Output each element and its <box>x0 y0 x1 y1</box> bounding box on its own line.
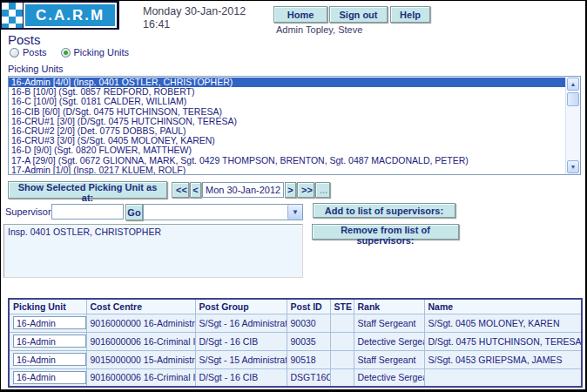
ste-cell <box>330 332 354 350</box>
radio-circle-checked-icon <box>61 48 71 57</box>
post-group-cell: D/Sgt - 16 CIB <box>195 368 287 387</box>
table-row: 9016000006 16-Criminal Invest D/Sgt - 16… <box>9 368 582 387</box>
ste-cell <box>330 350 354 368</box>
cost-centre-cell: 9015000000 15-Administration <box>86 350 195 368</box>
date-forward-button[interactable]: > <box>285 182 296 198</box>
col-header-picking-unit: Picking Unit <box>9 299 86 314</box>
scroll-up-icon[interactable]: ▲ <box>567 78 579 91</box>
ste-cell <box>330 314 354 332</box>
table-row: 9016000000 16-Administration S/Sgt - 16 … <box>9 314 582 332</box>
radio-circle-icon <box>10 48 19 57</box>
col-header-post-group: Post Group <box>195 299 287 314</box>
post-id-cell: 90035 <box>287 332 330 350</box>
name-cell: D/Sgt. 0475 HUTCHINSON, TERESA <box>424 332 582 350</box>
carm-logo: C.A.R.M <box>24 3 117 28</box>
supervisor-dropdown-value <box>144 208 146 219</box>
cost-centre-cell: 9016000000 16-Administration <box>86 314 195 332</box>
picking-units-label: Picking Units <box>8 64 64 74</box>
supervisor-input[interactable] <box>51 204 124 220</box>
name-cell: S/Sgt. 0405 MOLONEY, KAREN <box>424 314 582 332</box>
show-selected-picking-unit-button[interactable]: Show Selected Picking Unit as at: <box>8 181 167 199</box>
date-fast-forward-button[interactable]: >> <box>297 182 314 198</box>
list-item[interactable]: 16-C [10/0] (Sgt. 0181 CALDER, WILLIAM) <box>9 97 565 106</box>
col-header-post-id: Post ID <box>287 299 330 314</box>
ste-cell <box>330 368 354 387</box>
rank-cell: Detective Sergeant <box>354 332 424 350</box>
logged-in-user: Admin Topley, Steve <box>276 24 362 35</box>
posts-radio-label: Posts <box>23 47 47 57</box>
date-fast-back-button[interactable]: << <box>172 182 189 198</box>
picking-unit-input[interactable] <box>13 371 86 384</box>
checkered-band-icon <box>2 3 23 28</box>
post-group-cell: D/Sgt - 16 CIB <box>195 332 287 350</box>
rank-cell: Staff Sergeant <box>354 314 424 332</box>
remove-supervisors-button[interactable]: Remove from list of supervisors: <box>312 224 459 240</box>
name-cell: S/Sgt. 0453 GRIEPSMA, JAMES <box>424 350 582 368</box>
carm-logo-strip: C.A.R.M <box>1 1 119 30</box>
rank-cell: Staff Sergeant <box>354 350 424 368</box>
rank-cell: Detective Sergeant <box>354 368 424 387</box>
col-header-name: Name <box>424 299 582 314</box>
col-header-cost-centre: Cost Centre <box>86 299 195 314</box>
date-back-button[interactable]: < <box>190 182 201 198</box>
picking-unit-input[interactable] <box>13 316 86 329</box>
name-cell <box>424 368 582 387</box>
help-button[interactable]: Help <box>390 6 430 23</box>
posts-radio[interactable]: Posts <box>10 47 47 57</box>
scrollbar-thumb[interactable] <box>567 92 579 106</box>
current-time: 16:41 <box>143 18 246 31</box>
post-group-cell: S/Sgt - 15 Administration <box>195 350 287 368</box>
scroll-down-icon[interactable]: ▼ <box>567 160 579 173</box>
carm-application-window: C.A.R.M Monday 30-Jan-2012 16:41 Home Si… <box>0 0 587 392</box>
supervisors-listbox[interactable]: Insp. 0401 OSTLER, CHRISTOPHER <box>3 224 303 278</box>
vertical-scrollbar[interactable]: ▲ ▼ <box>565 77 580 174</box>
col-header-ste: STE <box>330 299 354 314</box>
supervisor-dropdown[interactable]: ▼ <box>143 204 303 220</box>
date-picker-button[interactable]: ... <box>315 182 330 198</box>
table-header-row: Picking Unit Cost Centre Post Group Post… <box>9 299 582 314</box>
picking-units-list: 16-Admin [4/0] (Insp. 0401 OSTLER, CHRIS… <box>9 77 565 174</box>
picking-units-listbox[interactable]: 16-Admin [4/0] (Insp. 0401 OSTLER, CHRIS… <box>8 76 581 175</box>
add-supervisors-button[interactable]: Add to list of supervisors: <box>313 203 455 218</box>
post-id-cell: 90030 <box>287 314 330 332</box>
posts-table: Picking Unit Cost Centre Post Group Post… <box>8 298 583 388</box>
view-mode-radios: Posts Picking Units <box>10 47 129 57</box>
list-item[interactable]: 16-D [9/0] (Sgt. 0820 FLOWER, MATTHEW) <box>9 145 565 155</box>
post-group-cell: S/Sgt - 16 Administration <box>195 314 287 332</box>
post-id-cell: DSGT16CIB <box>287 368 330 387</box>
current-datetime: Monday 30-Jan-2012 16:41 <box>143 5 246 31</box>
picking-unit-input[interactable] <box>13 335 86 348</box>
table-row: 9015000000 15-Administration S/Sgt - 15 … <box>9 350 582 368</box>
picking-units-radio-label: Picking Units <box>74 47 130 57</box>
list-item[interactable]: 17-Admin [1/0] (Insp. 0217 KLUEM, ROLF) <box>9 166 565 174</box>
supervisor-list-item[interactable]: Insp. 0401 OSTLER, CHRISTOPHER <box>4 225 302 239</box>
logo-text: C.A.R.M <box>36 7 105 24</box>
date-input[interactable] <box>202 182 284 198</box>
sign-out-button[interactable]: Sign out <box>329 6 388 23</box>
table-row: 9016000006 16-Criminal Invest D/Sgt - 16… <box>9 332 582 350</box>
go-button[interactable]: Go <box>125 204 143 220</box>
cost-centre-cell: 9016000006 16-Criminal Invest <box>86 368 195 387</box>
supervisor-label: Supervisor <box>5 206 51 217</box>
col-header-rank: Rank <box>354 299 424 314</box>
cost-centre-cell: 9016000006 16-Criminal Invest <box>86 332 195 350</box>
picking-unit-input[interactable] <box>13 353 86 366</box>
current-date: Monday 30-Jan-2012 <box>143 5 246 18</box>
post-id-cell: 90518 <box>287 350 330 368</box>
chevron-down-icon[interactable]: ▼ <box>287 205 302 220</box>
home-button[interactable]: Home <box>273 6 327 23</box>
page-title: Posts <box>8 32 41 47</box>
picking-units-radio[interactable]: Picking Units <box>61 47 130 57</box>
